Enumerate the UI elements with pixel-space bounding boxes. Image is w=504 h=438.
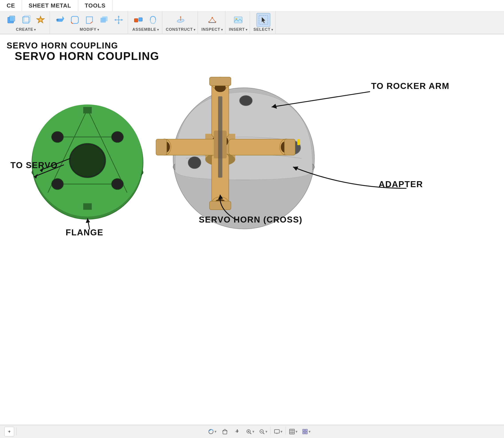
svg-rect-54: [297, 139, 300, 145]
svg-line-28: [209, 18, 212, 22]
svg-text:TO SERVO: TO SERVO: [11, 160, 58, 170]
add-tab-btn[interactable]: +: [4, 427, 14, 437]
svg-point-46: [52, 178, 64, 190]
assemble-label: ASSEMBLE▾: [132, 27, 159, 32]
display-mode-btn[interactable]: ▾: [272, 427, 284, 437]
svg-line-104: [263, 433, 264, 434]
create-star-btn[interactable]: [34, 13, 47, 27]
inspect-measure-btn[interactable]: [205, 13, 219, 27]
svg-marker-18: [121, 19, 123, 21]
svg-marker-15: [118, 15, 120, 17]
svg-rect-3: [24, 15, 30, 22]
tab-ce[interactable]: CE: [0, 0, 22, 11]
svg-point-78: [188, 157, 201, 169]
modify-move-btn[interactable]: [112, 13, 125, 27]
modify-chamfer-btn[interactable]: [83, 13, 96, 27]
svg-line-29: [212, 18, 216, 22]
svg-point-44: [52, 131, 64, 142]
view-tools: ▾ ▾ ▾ ▾: [206, 427, 312, 437]
create-frame-btn[interactable]: [19, 13, 33, 27]
insert-group: INSERT▾: [227, 11, 250, 34]
diagram-svg: TO ROCKER ARM TO SERVO ADAPTER SERVO HOR…: [0, 34, 504, 425]
svg-rect-1: [10, 16, 15, 21]
svg-line-100: [250, 433, 251, 434]
svg-rect-63: [210, 77, 231, 86]
svg-marker-17: [114, 19, 116, 21]
svg-rect-71: [156, 139, 167, 155]
svg-marker-7: [62, 16, 64, 21]
create-label: CREATE▾: [16, 27, 36, 32]
inspect-label: INSPECT▾: [202, 27, 223, 32]
svg-point-5: [39, 19, 42, 21]
modify-group: MODIFY▾: [51, 11, 128, 34]
svg-rect-77: [218, 96, 222, 178]
svg-point-79: [239, 96, 252, 106]
svg-rect-9: [71, 16, 78, 23]
svg-text:TO ROCKER ARM: TO ROCKER ARM: [371, 81, 449, 91]
create-group: CREATE▾: [2, 11, 50, 34]
select-cursor-btn[interactable]: [257, 13, 270, 27]
select-label: SELECT▾: [253, 27, 273, 32]
svg-point-43: [70, 144, 105, 176]
svg-text:FLANGE: FLANGE: [66, 228, 104, 237]
svg-point-47: [112, 178, 123, 190]
svg-rect-106: [274, 430, 279, 433]
svg-rect-117: [305, 432, 307, 434]
toolbar-tabs: CE SHEET METAL TOOLS: [0, 0, 112, 11]
svg-rect-49: [83, 203, 92, 210]
pan-btn[interactable]: [232, 427, 243, 437]
svg-rect-115: [305, 429, 307, 431]
svg-rect-12: [102, 16, 108, 21]
create-solid-btn[interactable]: [4, 13, 18, 27]
tab-tools[interactable]: TOOLS: [78, 0, 112, 11]
svg-marker-24: [180, 16, 181, 17]
svg-rect-2: [23, 17, 29, 23]
construct-plane-btn[interactable]: [174, 13, 188, 27]
orbit-btn[interactable]: ▾: [206, 427, 218, 437]
tab-sheet-metal[interactable]: SHEET METAL: [22, 0, 78, 11]
snap-btn[interactable]: ▾: [301, 427, 312, 437]
svg-point-45: [112, 131, 123, 142]
bottom-toolbar: + ▾ ▾ ▾ ▾: [0, 425, 504, 438]
svg-rect-48: [83, 107, 92, 113]
svg-point-30: [212, 17, 213, 18]
insert-image-btn[interactable]: [231, 13, 245, 27]
home-btn[interactable]: [220, 427, 230, 437]
svg-rect-75: [284, 139, 295, 155]
svg-marker-16: [118, 22, 120, 24]
construct-group: CONSTRUCT▾: [164, 11, 198, 34]
construct-label: CONSTRUCT▾: [166, 27, 195, 32]
select-group: SELECT▾: [251, 11, 276, 34]
modify-shell-btn[interactable]: [97, 13, 111, 27]
zoom-fit-btn[interactable]: ▾: [244, 427, 256, 437]
inspect-group: INSPECT▾: [199, 11, 225, 34]
svg-rect-68: [162, 139, 223, 155]
assemble-group: ASSEMBLE▾: [129, 11, 162, 34]
svg-text:ADAPTER: ADAPTER: [379, 179, 423, 189]
svg-rect-116: [302, 432, 305, 434]
svg-line-10: [90, 22, 92, 23]
main-toolbar: CREATE▾: [0, 11, 504, 34]
svg-rect-113: [290, 429, 294, 434]
insert-label: INSERT▾: [229, 27, 247, 32]
modify-fillet-btn[interactable]: [68, 13, 82, 27]
assemble-joint-btn[interactable]: [132, 13, 145, 27]
modify-pushpull-btn[interactable]: [53, 13, 67, 27]
svg-text:SERVO HORN COUPLING: SERVO HORN COUPLING: [15, 50, 159, 62]
zoom-in-btn[interactable]: ▾: [258, 427, 269, 437]
svg-text:SERVO HORN (CROSS): SERVO HORN (CROSS): [199, 215, 302, 224]
3d-viewport[interactable]: SERVO HORN COUPLING: [0, 34, 504, 425]
modify-label: MODIFY▾: [80, 27, 99, 32]
grid-btn[interactable]: ▾: [288, 427, 299, 437]
svg-rect-20: [139, 18, 142, 21]
svg-rect-114: [302, 429, 305, 431]
assemble-btn[interactable]: [146, 13, 160, 27]
svg-line-80: [272, 92, 370, 107]
svg-rect-98: [223, 431, 227, 434]
svg-rect-19: [134, 19, 138, 22]
